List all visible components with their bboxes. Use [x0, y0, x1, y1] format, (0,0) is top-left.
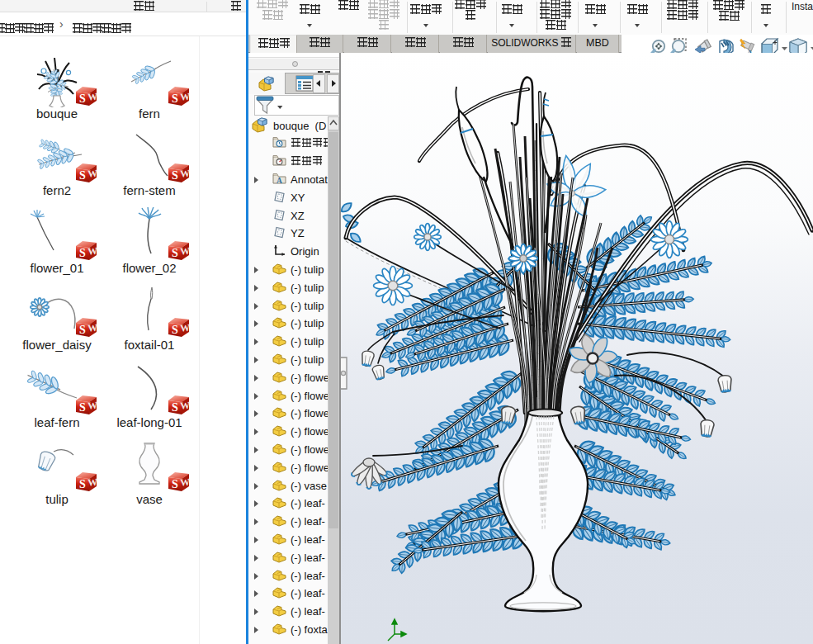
svg-text:S: S [172, 169, 178, 182]
svg-text:W: W [87, 322, 97, 334]
svg-text:W: W [87, 168, 97, 180]
svg-text:W: W [180, 476, 190, 489]
svg-text:S: S [79, 478, 86, 490]
svg-text:S: S [79, 92, 86, 105]
svg-text:S: S [172, 92, 178, 105]
svg-text:S: S [79, 247, 86, 259]
svg-text:W: W [87, 244, 97, 257]
svg-text:S: S [79, 324, 86, 336]
svg-text:W: W [87, 399, 97, 411]
svg-text:W: W [180, 399, 190, 411]
svg-text:S: S [172, 324, 178, 336]
svg-text:S: S [79, 401, 86, 414]
svg-text:A: A [277, 176, 282, 184]
svg-text:S: S [172, 401, 178, 414]
svg-text:W: W [180, 91, 190, 103]
svg-text:W: W [180, 244, 190, 257]
svg-text:W: W [180, 168, 190, 180]
svg-text:S: S [79, 169, 86, 182]
svg-text:W: W [87, 476, 97, 489]
svg-text:W: W [180, 322, 190, 334]
svg-text:S: S [172, 247, 178, 259]
svg-text:W: W [87, 91, 97, 103]
svg-text:S: S [172, 478, 178, 490]
